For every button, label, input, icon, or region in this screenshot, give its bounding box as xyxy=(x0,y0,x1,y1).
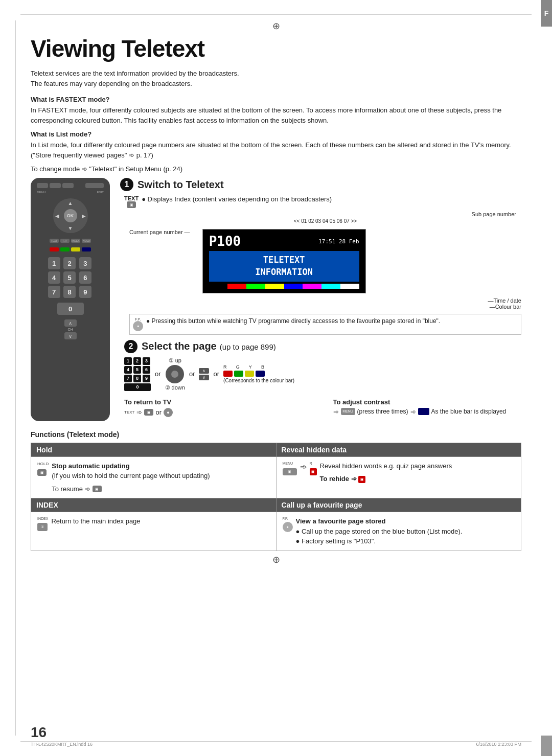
instructions: 1 Switch to Teletext TEXT ▣ ● Displays I… xyxy=(120,178,521,421)
colour-bar xyxy=(209,284,359,289)
small-numpad: 1 2 3 4 5 6 7 8 9 0 xyxy=(124,357,151,391)
ch-up-button[interactable]: ∧ xyxy=(64,319,77,327)
step2-title: Select the page xyxy=(142,340,217,352)
step1-content: TEXT ▣ ● Displays Index (content varies … xyxy=(124,195,521,417)
fp-bullet-area: F.P. ● ● Pressing this button while watc… xyxy=(129,314,521,335)
sm-btn-7[interactable]: 7 xyxy=(124,375,132,382)
time-label-annotation: — Time / date xyxy=(192,297,521,304)
remote-labels: MENUEXIT xyxy=(35,191,106,194)
hold-icon-area: HOLD ▣ xyxy=(37,461,49,477)
ok-button[interactable]: OK xyxy=(64,209,77,222)
reveal-text: Reveal hidden words e.g. quiz page answe… xyxy=(320,461,452,484)
list-mode-heading: What is List mode? xyxy=(31,130,521,138)
colourbar-white xyxy=(340,284,359,289)
fp-fav-icon[interactable]: ● xyxy=(283,522,293,532)
col3-header: INDEX xyxy=(31,498,277,512)
rehide-label: To rehide ➾ xyxy=(320,475,357,483)
colour-bar-annotation: — Colour bar xyxy=(192,304,521,310)
sm-btn-0[interactable]: 0 xyxy=(124,383,151,391)
ch-sm-up[interactable]: ∧ xyxy=(199,368,209,374)
step2-title-row: Select the page (up to page 899) xyxy=(142,340,276,352)
stop-auto-label: Stop automatic updating xyxy=(52,462,129,470)
btn-9[interactable]: 9 xyxy=(79,286,91,298)
btn-3[interactable]: 3 xyxy=(79,257,91,269)
step1-text-row: TEXT ▣ ● Displays Index (content varies … xyxy=(124,195,521,208)
text-button[interactable]: TEXT xyxy=(50,239,59,243)
sm-btn-9[interactable]: 9 xyxy=(143,375,150,382)
functions-title: Functions (Teletext mode) xyxy=(31,430,521,439)
sm-btn-4[interactable]: 4 xyxy=(124,366,132,374)
remote-control: MENUEXIT ▲ ▼ ◀ ▶ OK TEXT F.P. INDEX HOLD xyxy=(31,178,110,421)
reveal-menu-icon[interactable]: ▣ xyxy=(283,468,297,475)
index-small-label: INDEX xyxy=(37,516,48,522)
index-button[interactable]: INDEX xyxy=(71,239,80,243)
up-label: ① up xyxy=(169,357,181,364)
hold-button[interactable]: HOLD xyxy=(82,239,91,243)
sm-btn-3[interactable]: 3 xyxy=(143,357,150,365)
text-icon[interactable]: ▣ xyxy=(127,201,136,208)
hold-small-label: HOLD xyxy=(37,461,49,467)
btn-2[interactable]: 2 xyxy=(63,257,76,269)
bottom-border xyxy=(20,741,532,742)
btn-0[interactable]: 0 xyxy=(57,303,84,315)
text-btn-icon[interactable]: ▣ xyxy=(144,409,153,416)
btn-1[interactable]: 1 xyxy=(48,257,60,269)
red-button[interactable] xyxy=(50,247,59,251)
col1-body: HOLD ▣ Stop automatic updating (If you w… xyxy=(31,456,277,498)
remote-nav[interactable]: ▲ ▼ ◀ ▶ OK xyxy=(53,198,88,233)
teletext-header: P100 17:51 28 Feb xyxy=(209,234,359,249)
exit-circle-btn[interactable]: ● xyxy=(164,408,173,417)
yellow-button[interactable] xyxy=(71,247,80,251)
sm-btn-5[interactable]: 5 xyxy=(133,366,141,374)
page-number: 16 xyxy=(31,724,47,741)
fastext-heading: What is FASTEXT mode? xyxy=(31,96,521,103)
btn-5[interactable]: 5 xyxy=(63,271,76,284)
favourite-text: View a favourite page stored ● Call up t… xyxy=(296,516,463,546)
rehide-icon[interactable]: ▣ xyxy=(358,476,365,483)
sm-btn-2[interactable]: 2 xyxy=(133,357,141,365)
nav-right-arrow: ▶ xyxy=(82,213,86,219)
menu-button[interactable] xyxy=(37,183,48,188)
teletext-page-number: P100 xyxy=(209,234,241,249)
reveal-body: Reveal hidden words e.g. quiz page answe… xyxy=(320,462,452,470)
sm-green[interactable] xyxy=(234,371,243,377)
green-button[interactable] xyxy=(60,247,70,251)
sm-btn-1[interactable]: 1 xyxy=(124,357,132,365)
btn-6[interactable]: 6 xyxy=(79,271,91,284)
index-icon[interactable]: ① xyxy=(37,523,48,531)
subpage-annotation: Sub page number xyxy=(129,211,516,217)
colour-bar-note: (Corresponds to the colour bar) xyxy=(223,378,294,383)
adjust-contrast: To adjust contrast ➾ MENU (press three t… xyxy=(333,398,522,416)
menu-btn-icon[interactable]: MENU xyxy=(341,408,355,415)
btn-4[interactable]: 4 xyxy=(48,271,60,284)
arrow-right-icon3: ➾ xyxy=(410,408,416,416)
sm-btn-8[interactable]: 8 xyxy=(133,375,141,382)
col2-header: Reveal hidden data xyxy=(276,443,521,456)
ch-down-button[interactable]: ∨ xyxy=(64,332,77,339)
sm-red[interactable] xyxy=(223,371,233,377)
sm-yellow[interactable] xyxy=(245,371,254,377)
step1-title: Switch to Teletext xyxy=(137,179,224,191)
favourite-section: F.P. ● View a favourite page stored ● Ca… xyxy=(283,516,515,546)
fp-button[interactable]: F.P. xyxy=(60,239,70,243)
press-text: (press three times) xyxy=(357,408,408,415)
sidebar-tab-f: F xyxy=(541,0,552,27)
sm-btn-6[interactable]: 6 xyxy=(143,366,150,374)
exit-button[interactable] xyxy=(85,183,104,188)
ch-sm-down[interactable]: ∨ xyxy=(199,375,209,380)
blue-button[interactable] xyxy=(82,247,91,251)
sm-blue[interactable] xyxy=(256,371,265,377)
numpad: 1 2 3 4 5 6 7 8 9 xyxy=(48,257,93,298)
resume-icon[interactable]: ▣ xyxy=(93,486,102,492)
fav-bullet1: ● Call up the page stored on the blue bu… xyxy=(296,528,463,535)
btn-8[interactable]: 8 xyxy=(63,286,76,298)
btn-7[interactable]: 7 xyxy=(48,286,60,298)
r-btn-icon[interactable]: ▣ xyxy=(310,468,317,475)
sm-nav[interactable] xyxy=(166,365,184,383)
colourbar-cyan xyxy=(321,284,340,289)
remote-top-btn3[interactable] xyxy=(62,183,74,188)
index-body: Return to the main index page xyxy=(51,517,140,525)
hold-icon[interactable]: ▣ xyxy=(37,469,47,476)
fp-icon[interactable]: ● xyxy=(133,321,143,331)
remote-top-btn2[interactable] xyxy=(50,183,61,188)
